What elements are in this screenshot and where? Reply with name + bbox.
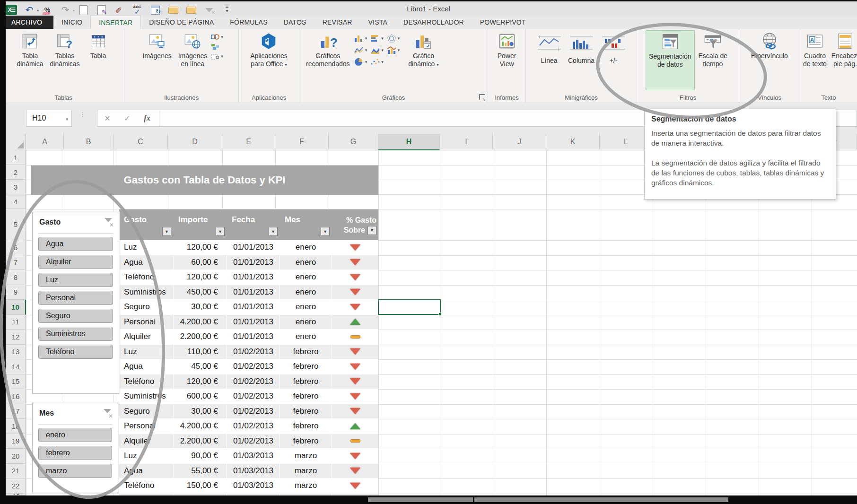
row-header[interactable]: 11: [6, 315, 26, 330]
cell-gasto[interactable]: Suministros: [119, 389, 174, 404]
slicer-item[interactable]: Seguro: [38, 309, 113, 323]
cell-mes[interactable]: febrero: [280, 389, 332, 404]
column-header[interactable]: J: [493, 134, 546, 150]
row-header[interactable]: 4: [6, 194, 26, 209]
qat-icon[interactable]: [42, 5, 53, 15]
cell-importe[interactable]: 30,00 €: [174, 404, 227, 419]
combo-chart-button[interactable]: ▾: [386, 46, 400, 54]
table-row[interactable]: Agua 60,00 € 01/01/2013 enero: [119, 255, 378, 270]
row-header[interactable]: 13: [6, 345, 26, 360]
screenshot-button[interactable]: +▾: [211, 53, 223, 60]
cell-mes[interactable]: febrero: [280, 404, 332, 419]
slicer-item[interactable]: Teléfono: [38, 345, 113, 359]
cell-mes[interactable]: marzo: [280, 449, 332, 464]
cell-gasto[interactable]: Personal: [119, 315, 174, 330]
recommended-pivot-tables-button[interactable]: ? Tablas dinámicas: [47, 30, 83, 68]
online-images-button[interactable]: Imágenes en línea: [175, 30, 210, 68]
table-row[interactable]: Alquiler 2.200,00 € 01/02/2013 febrero: [119, 434, 378, 449]
cell-fecha[interactable]: 01/02/2013: [227, 374, 280, 390]
text-box-button[interactable]: A Cuadro de texto: [800, 30, 830, 68]
slicer-button[interactable]: Segmentación de datos: [646, 30, 695, 90]
ribbon-tab[interactable]: DATOS: [276, 16, 315, 29]
column-header[interactable]: E: [222, 134, 275, 150]
ribbon-tab[interactable]: FÓRMULAS: [222, 16, 275, 29]
column-header-fecha[interactable]: Fecha▼: [227, 209, 280, 240]
table-row[interactable]: Agua 55,00 € 01/03/2013 marzo: [119, 464, 378, 479]
row-header[interactable]: 6: [6, 240, 26, 255]
column-header[interactable]: C: [114, 134, 168, 150]
select-all-corner[interactable]: [6, 134, 26, 150]
ribbon-tab[interactable]: VISTA: [360, 16, 395, 29]
cell-gasto[interactable]: Agua: [119, 255, 174, 270]
cell-mes[interactable]: enero: [280, 300, 332, 315]
table-row[interactable]: Teléfono 120,00 € 01/02/2013 febrero: [119, 374, 378, 390]
cell-mes[interactable]: enero: [280, 330, 332, 345]
cell-gasto[interactable]: Alquiler: [119, 330, 174, 345]
cell-importe[interactable]: 4.200,00 €: [174, 315, 227, 330]
cell-gasto[interactable]: Alquiler: [119, 434, 174, 449]
enter-icon[interactable]: ✓: [117, 114, 137, 123]
cell-gasto[interactable]: Seguro: [119, 300, 174, 315]
column-header[interactable]: A: [26, 134, 64, 150]
cell-importe[interactable]: 450,00 €: [174, 285, 227, 300]
row-header[interactable]: 17: [6, 404, 26, 419]
pie-chart-button[interactable]: ▾: [354, 58, 367, 66]
column-header[interactable]: B: [64, 134, 114, 150]
slicer-item[interactable]: Suministros: [38, 327, 113, 341]
cell-fecha[interactable]: 01/01/2013: [227, 330, 280, 345]
cell-fecha[interactable]: 01/03/2013: [227, 449, 280, 464]
sparkline-column-button[interactable]: Columna: [566, 30, 597, 64]
cell-mes[interactable]: febrero: [280, 359, 332, 374]
cell-fecha[interactable]: 01/02/2013: [227, 345, 280, 360]
scatter-chart-button[interactable]: ▾: [370, 58, 384, 66]
cell-mes[interactable]: febrero: [280, 345, 332, 360]
cell-importe[interactable]: 60,00 €: [174, 255, 227, 270]
slicer-item[interactable]: Personal: [38, 291, 113, 305]
cell-mes[interactable]: enero: [280, 270, 332, 285]
ribbon-tab[interactable]: REVISAR: [315, 16, 360, 29]
filter-dropdown-icon[interactable]: ▼: [321, 227, 330, 236]
filter-dropdown-icon[interactable]: ▼: [269, 227, 278, 236]
shapes-button[interactable]: ▾: [211, 33, 223, 41]
power-view-button[interactable]: Power View: [492, 30, 522, 68]
cell-gasto[interactable]: Luz: [119, 240, 174, 255]
ribbon-tab[interactable]: INSERTAR: [90, 16, 141, 29]
cell-gasto[interactable]: Luz: [119, 449, 174, 464]
qat-icon[interactable]: [60, 5, 71, 15]
qat-icon[interactable]: [24, 5, 35, 15]
table-row[interactable]: Suministros 450,00 € 01/01/2013 enero: [119, 285, 378, 300]
filter-dropdown-icon[interactable]: ▼: [367, 226, 376, 235]
cell-importe[interactable]: 120,00 €: [174, 374, 227, 390]
hyperlink-button[interactable]: Hipervínculo: [748, 30, 791, 60]
table-row[interactable]: Teléfono 150,00 € 01/03/2013 marzo: [119, 478, 378, 494]
column-header-mes[interactable]: Mes▼: [280, 209, 332, 240]
column-header[interactable]: F: [275, 134, 329, 150]
bar-chart-button[interactable]: ▾: [370, 34, 384, 43]
smartart-button[interactable]: [211, 43, 219, 50]
table-row[interactable]: Alquiler 2.200,00 € 01/01/2013 enero: [119, 330, 378, 345]
cell-importe[interactable]: 600,00 €: [174, 389, 227, 404]
table-row[interactable]: Seguro 30,00 € 01/01/2013 enero: [119, 300, 378, 315]
pivot-table-button[interactable]: Tabla dinámica: [14, 30, 46, 68]
cell-mes[interactable]: enero: [280, 240, 332, 255]
cell-importe[interactable]: 150,00 €: [174, 478, 227, 494]
cell-gasto[interactable]: Agua: [119, 359, 174, 374]
table-button[interactable]: Tabla: [84, 30, 113, 60]
row-header[interactable]: 15: [6, 374, 26, 390]
area-chart-button[interactable]: ▾: [370, 46, 384, 54]
cell-fecha[interactable]: 01/03/2013: [227, 464, 280, 479]
row-header[interactable]: 22: [6, 478, 26, 494]
column-header[interactable]: H: [378, 134, 440, 150]
qat-icon[interactable]: [221, 5, 233, 15]
name-box[interactable]: H10 ▾: [26, 110, 72, 127]
column-header-kpi[interactable]: % GastoSobre▼: [332, 209, 378, 240]
cell-gasto[interactable]: Teléfono: [119, 478, 174, 494]
row-header[interactable]: 19: [6, 434, 26, 449]
filter-dropdown-icon[interactable]: ▼: [216, 227, 225, 236]
cell-fecha[interactable]: 01/02/2013: [227, 404, 280, 419]
row-header[interactable]: 9: [6, 285, 26, 300]
header-footer-button[interactable]: Encabez. pie pág.: [831, 30, 857, 68]
selected-cell[interactable]: [378, 299, 441, 315]
row-header[interactable]: 12: [6, 330, 26, 345]
formula-bar-resizer[interactable]: ⋮: [79, 113, 86, 116]
